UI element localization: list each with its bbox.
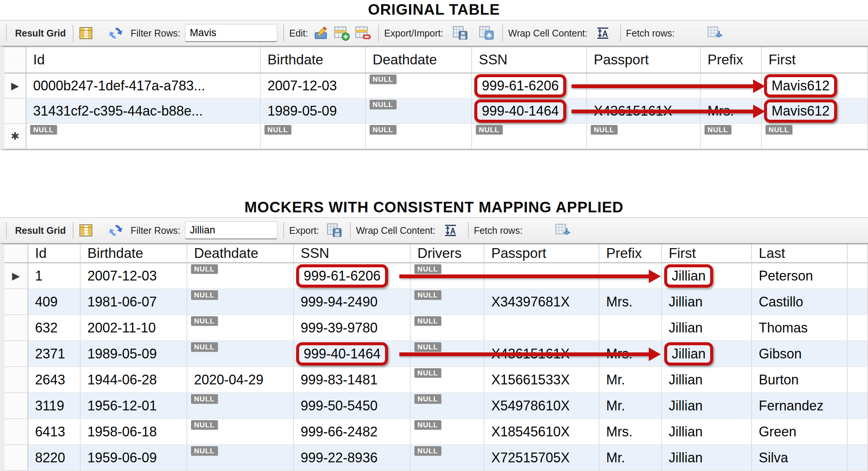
cell-birthdate[interactable]: NULL <box>261 124 366 149</box>
table-row[interactable]: ▶12007-12-03NULL999-61-6206NULLJillianPe… <box>5 263 868 289</box>
row-marker[interactable] <box>5 99 26 124</box>
fetch-rows-icon[interactable] <box>555 223 571 238</box>
filter-rows-input[interactable] <box>185 221 277 239</box>
cell-last[interactable]: Castillo <box>752 289 848 315</box>
cell-id[interactable]: 3119 <box>28 393 81 419</box>
row-marker[interactable] <box>5 315 28 341</box>
cell-ssn[interactable]: NULL <box>472 124 587 149</box>
cell-last[interactable]: Gibson <box>752 341 848 367</box>
cell-drivers[interactable]: NULL <box>411 419 484 445</box>
cell-id[interactable]: NULL <box>26 124 261 149</box>
column-header-first[interactable]: First <box>662 244 752 263</box>
cell-ssn[interactable]: 999-39-9780 <box>294 315 411 341</box>
cell-birthdate[interactable]: 1956-12-01 <box>81 393 187 419</box>
cell-id[interactable]: 31431cf2-c395-44ac-b88e... <box>26 99 261 124</box>
cell-deathdate[interactable]: 2020-04-29 <box>187 367 294 393</box>
row-marker[interactable] <box>5 367 28 393</box>
column-header-ssn[interactable]: SSN <box>472 47 587 73</box>
column-header-passport[interactable]: Passport <box>587 47 701 73</box>
cell-birthdate[interactable]: 1989-05-09 <box>81 341 187 367</box>
row-marker[interactable] <box>5 393 28 419</box>
refresh-icon[interactable] <box>108 223 123 238</box>
cell-prefix[interactable] <box>599 315 662 341</box>
wrap-cell-content-icon[interactable] <box>595 26 610 41</box>
cell-drivers[interactable]: NULL <box>411 367 484 393</box>
cell-first[interactable]: NULL <box>762 124 868 149</box>
cell-first[interactable]: Jillian <box>662 445 752 471</box>
cell-id[interactable]: 632 <box>28 315 81 341</box>
cell-last[interactable]: Peterson <box>752 263 848 289</box>
row-marker[interactable] <box>5 289 28 315</box>
cell-id[interactable]: 0000b247-1def-417a-a783... <box>26 73 261 99</box>
cell-deathdate[interactable]: NULL <box>366 99 472 124</box>
cell-ssn[interactable]: 999-40-1464 <box>294 341 411 367</box>
column-header-prefix[interactable]: Prefix <box>701 47 762 73</box>
export-save-icon[interactable] <box>452 25 468 41</box>
table-row[interactable]: 6322002-11-10NULL999-39-9780NULLJillianT… <box>5 315 868 341</box>
cell-ssn[interactable]: 999-94-2490 <box>294 289 411 315</box>
cell-id[interactable]: 2643 <box>28 367 81 393</box>
cell-deathdate[interactable]: NULL <box>187 263 294 289</box>
row-marker[interactable] <box>5 445 28 471</box>
cell-first[interactable]: Jillian <box>662 289 752 315</box>
cell-deathdate[interactable]: NULL <box>187 315 294 341</box>
cell-deathdate[interactable]: NULL <box>187 289 294 315</box>
cell-prefix[interactable]: Mr. <box>599 393 662 419</box>
cell-deathdate[interactable]: NULL <box>187 445 294 471</box>
current-row-marker[interactable]: ▶ <box>5 263 28 289</box>
refresh-icon[interactable] <box>108 26 123 41</box>
cell-ssn[interactable]: 999-50-5450 <box>294 393 411 419</box>
import-icon[interactable] <box>479 25 495 41</box>
cell-first[interactable]: Jillian <box>662 315 752 341</box>
column-header-passport[interactable]: Passport <box>484 244 599 263</box>
cell-last[interactable]: Burton <box>752 367 848 393</box>
delete-row-icon[interactable] <box>355 25 371 41</box>
cell-birthdate[interactable]: 1958-06-18 <box>81 419 187 445</box>
cell-first[interactable]: Mavis612 <box>762 73 868 99</box>
cell-last[interactable]: Thomas <box>752 315 848 341</box>
cell-passport[interactable]: X72515705X <box>484 445 599 471</box>
table-row[interactable]: 64131958-06-18NULL999-66-2482NULLX185456… <box>5 419 868 445</box>
cell-passport[interactable] <box>484 315 599 341</box>
insert-row-marker[interactable]: ✱ <box>5 124 26 149</box>
cell-ssn[interactable]: 999-61-6206 <box>294 263 411 289</box>
cell-drivers[interactable]: NULL <box>411 315 484 341</box>
column-header-birthdate[interactable]: Birthdate <box>81 244 187 263</box>
cell-first[interactable]: Jillian <box>662 263 752 289</box>
column-header-deathdate[interactable]: Deathdate <box>366 47 472 73</box>
cell-birthdate[interactable]: 2002-11-10 <box>81 315 187 341</box>
insert-row-icon[interactable] <box>334 25 350 41</box>
fetch-rows-icon[interactable] <box>707 25 723 41</box>
cell-id[interactable]: 2371 <box>28 341 81 367</box>
export-save-icon[interactable] <box>327 223 342 238</box>
cell-id[interactable]: 8220 <box>28 445 81 471</box>
current-row-marker[interactable]: ▶ <box>5 73 26 99</box>
cell-id[interactable]: 1 <box>28 263 81 289</box>
column-header-drivers[interactable]: Drivers <box>411 244 484 263</box>
cell-ssn[interactable]: 999-66-2482 <box>294 419 411 445</box>
cell-first[interactable]: Jillian <box>662 393 752 419</box>
cell-passport[interactable]: X54978610X <box>484 393 599 419</box>
filter-rows-input[interactable] <box>185 24 277 42</box>
cell-drivers[interactable]: NULL <box>411 289 484 315</box>
edit-pencil-icon[interactable] <box>313 26 329 41</box>
cell-passport[interactable]: X18545610X <box>484 419 599 445</box>
column-header-first[interactable]: First <box>762 47 868 73</box>
cell-drivers[interactable]: NULL <box>411 445 484 471</box>
cell-prefix[interactable]: Mr. <box>599 445 662 471</box>
cell-birthdate[interactable]: 1944-06-28 <box>81 367 187 393</box>
cell-deathdate[interactable]: NULL <box>187 419 294 445</box>
cell-passport[interactable]: X15661533X <box>484 367 599 393</box>
column-header-birthdate[interactable]: Birthdate <box>261 47 366 73</box>
column-header-id[interactable]: Id <box>26 47 261 73</box>
table-row[interactable]: ▶0000b247-1def-417a-a783...2007-12-03NUL… <box>5 73 868 99</box>
cell-birthdate[interactable]: 1989-05-09 <box>261 99 366 124</box>
table-row[interactable]: 23711989-05-09NULL999-40-1464NULLX436151… <box>5 341 868 367</box>
cell-id[interactable]: 6413 <box>28 419 81 445</box>
cell-passport[interactable]: X34397681X <box>484 289 599 315</box>
table-row[interactable]: 4091981-06-07NULL999-94-2490NULLX3439768… <box>5 289 868 315</box>
cell-drivers[interactable]: NULL <box>411 393 484 419</box>
cell-ssn[interactable]: 999-61-6206 <box>472 73 587 99</box>
cell-birthdate[interactable]: 1959-06-09 <box>81 445 187 471</box>
cell-prefix[interactable]: Mrs. <box>599 419 662 445</box>
